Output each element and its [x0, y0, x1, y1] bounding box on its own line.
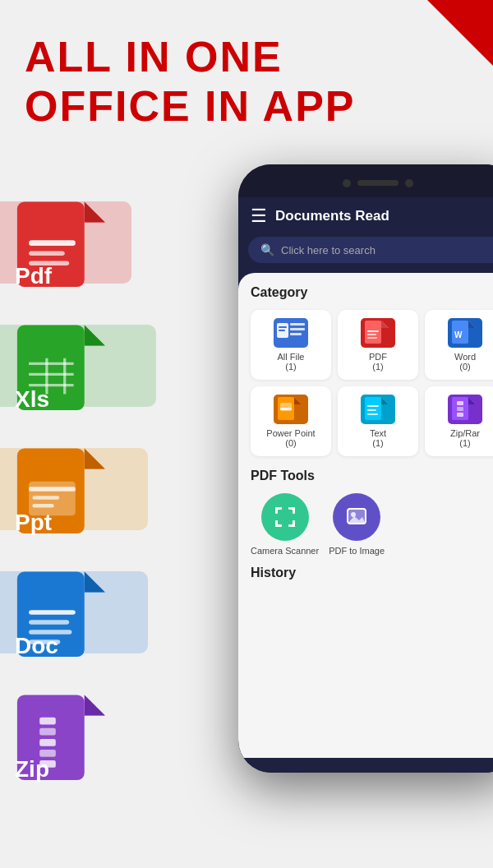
svg-rect-32	[39, 728, 56, 736]
svg-rect-72	[457, 401, 463, 405]
tools-grid: Camera Scanner PDF to Image	[251, 493, 493, 556]
svg-rect-73	[457, 407, 463, 411]
svg-rect-48	[367, 334, 376, 335]
svg-marker-2	[85, 201, 105, 222]
svg-rect-49	[367, 337, 377, 339]
svg-rect-40	[290, 323, 305, 326]
text-cat-label: Text(1)	[370, 428, 386, 448]
search-placeholder-text: Click here to search	[281, 244, 376, 256]
svg-rect-38	[279, 326, 287, 328]
corner-decoration	[427, 0, 493, 66]
xls-label: Xls	[15, 386, 49, 413]
category-zip[interactable]: Zip/Rar(1)	[425, 386, 493, 456]
history-section: History	[251, 566, 493, 580]
phone-header: ☰ Documents Read	[238, 197, 493, 237]
doc-label: Doc	[15, 633, 58, 659]
phone-screen: ☰ Documents Read 🔍 Click here to search …	[238, 197, 493, 773]
history-title: History	[251, 566, 493, 580]
zip-cat-label: Zip/Rar(1)	[450, 428, 480, 448]
pdf-to-image-icon-circle	[333, 493, 380, 541]
pdf-to-image-label: PDF to Image	[329, 546, 385, 556]
svg-rect-25	[29, 620, 69, 624]
ppt-cat-icon	[274, 395, 308, 424]
svg-rect-60	[280, 408, 292, 410]
menu-icon[interactable]: ☰	[251, 205, 267, 227]
category-text[interactable]: Text(1)	[338, 386, 418, 456]
zip-icon-item: Zip	[0, 682, 127, 797]
svg-rect-41	[290, 328, 305, 330]
pdf-icon-item: Pdf	[0, 189, 127, 304]
all-file-icon	[274, 318, 308, 348]
svg-rect-4	[29, 251, 65, 255]
text-cat-icon	[361, 395, 395, 424]
svg-text:W: W	[454, 330, 463, 339]
svg-rect-78	[293, 507, 295, 514]
svg-point-85	[351, 512, 356, 517]
category-ppt[interactable]: Power Point(0)	[251, 386, 331, 456]
camera-scanner-label: Camera Scanner	[251, 546, 319, 556]
pdf-label: Pdf	[15, 263, 52, 289]
camera-scanner-icon-circle	[261, 493, 309, 541]
svg-rect-24	[29, 610, 76, 614]
headline-text: ALL IN ONE OFFICE IN APP	[25, 33, 356, 132]
svg-rect-20	[32, 504, 53, 507]
svg-rect-80	[275, 520, 278, 527]
category-pdf[interactable]: PDF(1)	[338, 310, 418, 380]
search-icon: 🔍	[260, 243, 274, 256]
pdf-to-image-icon	[344, 505, 369, 529]
pdf-tools-section: PDF Tools	[251, 469, 493, 556]
svg-rect-66	[367, 409, 376, 411]
all-file-label: All File(1)	[277, 352, 304, 372]
ppt-cat-label: Power Point(0)	[266, 428, 315, 448]
phone-speaker	[357, 180, 399, 186]
phone-notch	[238, 164, 493, 197]
pdf-to-image-tool[interactable]: PDF to Image	[329, 493, 385, 556]
headline-section: ALL IN ONE OFFICE IN APP	[25, 33, 356, 132]
search-bar[interactable]: 🔍 Click here to search	[248, 237, 493, 263]
zip-label: Zip	[15, 756, 49, 783]
category-title: Category	[251, 285, 493, 300]
svg-rect-39	[279, 330, 285, 331]
svg-rect-67	[367, 413, 378, 415]
file-icons-section: Pdf Xls Ppt	[0, 189, 127, 806]
zip-cat-icon	[448, 395, 482, 424]
phone-camera-2	[405, 179, 413, 187]
xls-icon-item: Xls	[0, 312, 127, 427]
word-cat-label: Word(0)	[454, 352, 476, 372]
svg-rect-33	[39, 739, 56, 746]
svg-rect-18	[29, 487, 76, 491]
phone-app-title: Documents Read	[275, 208, 389, 224]
ppt-icon-item: Ppt	[0, 436, 127, 551]
pdf-tools-title: PDF Tools	[251, 469, 493, 483]
svg-marker-8	[85, 325, 105, 345]
phone-mockup: ☰ Documents Read 🔍 Click here to search …	[238, 164, 493, 773]
svg-rect-74	[457, 413, 463, 417]
pdf-cat-icon	[361, 318, 395, 348]
svg-rect-19	[32, 496, 59, 499]
phone-camera	[343, 179, 351, 187]
svg-rect-42	[290, 333, 302, 335]
svg-rect-62	[365, 397, 381, 420]
svg-marker-16	[85, 448, 105, 469]
doc-icon-item: Doc	[0, 559, 127, 674]
svg-rect-31	[39, 718, 56, 725]
category-all-file[interactable]: All File(1)	[251, 310, 331, 380]
svg-rect-82	[293, 520, 295, 527]
svg-marker-30	[85, 695, 105, 715]
pdf-cat-label: PDF(1)	[369, 352, 387, 372]
phone-content: Category A	[238, 273, 493, 758]
svg-rect-47	[367, 330, 379, 332]
svg-rect-76	[275, 507, 278, 514]
camera-scanner-tool[interactable]: Camera Scanner	[251, 493, 319, 556]
svg-rect-65	[367, 405, 379, 407]
svg-rect-3	[29, 240, 76, 246]
category-grid: All File(1)	[251, 310, 493, 456]
word-cat-icon: W	[448, 318, 482, 348]
camera-scanner-icon	[273, 505, 297, 529]
svg-marker-23	[85, 571, 105, 592]
category-word[interactable]: W Word(0)	[425, 310, 493, 380]
ppt-label: Ppt	[15, 510, 52, 536]
